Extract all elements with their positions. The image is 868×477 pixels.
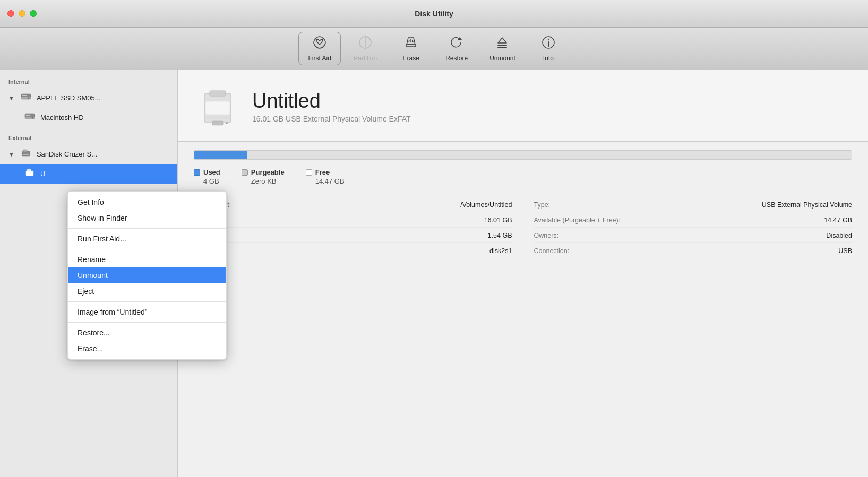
connection-value: USB bbox=[838, 247, 852, 255]
menu-rename[interactable]: Rename bbox=[68, 251, 226, 267]
partition-icon bbox=[358, 35, 373, 53]
free-value: 14.47 GB bbox=[315, 177, 345, 185]
type-label: Type: bbox=[534, 201, 551, 209]
detail-device: Device: disk2s1 bbox=[194, 247, 512, 258]
toolbar: First Aid Partition Erase bbox=[0, 28, 868, 70]
menu-eject[interactable]: Eject bbox=[68, 283, 226, 299]
menu-show-in-finder[interactable]: Show in Finder bbox=[68, 210, 226, 226]
svg-rect-24 bbox=[26, 171, 33, 176]
svg-rect-20 bbox=[26, 115, 30, 116]
first-aid-label: First Aid bbox=[308, 55, 331, 62]
svg-point-32 bbox=[226, 122, 228, 124]
disk-subtitle: 16.01 GB USB External Physical Volume Ex… bbox=[252, 115, 411, 123]
device-value: disk2s1 bbox=[489, 247, 512, 255]
svg-rect-21 bbox=[22, 151, 30, 156]
mount-point-value: /Volumes/Untitled bbox=[460, 201, 512, 209]
detail-mount-point: Mount Point: /Volumes/Untitled bbox=[194, 201, 512, 212]
svg-point-11 bbox=[548, 39, 549, 40]
purgeable-value: Zero KB bbox=[251, 177, 285, 185]
svg-line-3 bbox=[409, 40, 409, 42]
untitled-disk-icon bbox=[23, 167, 36, 181]
svg-rect-28 bbox=[210, 91, 226, 96]
svg-rect-22 bbox=[23, 150, 27, 152]
hard-drive-icon bbox=[20, 91, 32, 105]
sandisk-icon bbox=[20, 147, 32, 161]
purgeable-label: Purgeable bbox=[251, 168, 285, 176]
details-right-col: Type: USB External Physical Volume Avail… bbox=[534, 201, 853, 469]
detail-owners: Owners: Disabled bbox=[534, 232, 853, 243]
legend-free: Free 14.47 GB bbox=[306, 168, 345, 185]
usb-drive-svg bbox=[196, 83, 239, 131]
menu-restore[interactable]: Restore... bbox=[68, 325, 226, 341]
erase-icon bbox=[403, 35, 418, 53]
legend-purgeable: Purgeable Zero KB bbox=[242, 168, 285, 185]
sidebar-item-macintosh-hd[interactable]: Macintosh HD bbox=[0, 108, 177, 127]
usage-bar-fill bbox=[194, 151, 247, 159]
menu-get-info[interactable]: Get Info bbox=[68, 194, 226, 210]
free-label: Free bbox=[315, 168, 330, 176]
title-bar: Disk Utility bbox=[0, 0, 868, 28]
capacity-value: 16.01 GB bbox=[484, 216, 512, 224]
sidebar-internal-label: Internal bbox=[0, 76, 177, 88]
used-dot bbox=[194, 169, 200, 176]
sidebar-item-sandisk[interactable]: ▼ SanDisk Cruzer S... bbox=[0, 144, 177, 164]
macintosh-hd-icon bbox=[23, 110, 36, 125]
menu-separator-1 bbox=[68, 228, 226, 229]
sidebar-external-label: External bbox=[0, 133, 177, 144]
type-value: USB External Physical Volume bbox=[762, 201, 852, 209]
detail-used: Used: 1.54 GB bbox=[194, 232, 512, 243]
legend-used: Used 4 GB bbox=[194, 168, 220, 185]
detail-available: Available (Purgeable + Free): 14.47 GB bbox=[534, 216, 853, 228]
partition-button[interactable]: Partition bbox=[344, 32, 386, 65]
free-dot bbox=[306, 169, 312, 176]
sandisk-label: SanDisk Cruzer S... bbox=[37, 150, 97, 158]
untitled-label: U bbox=[40, 170, 45, 178]
menu-separator-3 bbox=[68, 301, 226, 302]
context-menu: Get Info Show in Finder Run First Aid...… bbox=[67, 191, 227, 360]
available-value: 14.47 GB bbox=[824, 216, 852, 224]
svg-rect-25 bbox=[27, 169, 31, 171]
partition-label: Partition bbox=[354, 55, 377, 62]
disk-image bbox=[194, 83, 242, 131]
svg-rect-23 bbox=[23, 154, 29, 155]
window-controls bbox=[7, 10, 37, 17]
owners-label: Owners: bbox=[534, 232, 559, 239]
restore-button[interactable]: Restore bbox=[435, 32, 478, 65]
menu-erase[interactable]: Erase... bbox=[68, 341, 226, 357]
apple-ssd-label: APPLE SSD SM05... bbox=[37, 94, 101, 102]
restore-icon bbox=[449, 35, 464, 53]
owners-value: Disabled bbox=[826, 232, 852, 239]
svg-rect-29 bbox=[205, 101, 230, 115]
maximize-button[interactable] bbox=[30, 10, 37, 17]
svg-marker-7 bbox=[498, 38, 506, 43]
info-button[interactable]: Info bbox=[527, 32, 570, 65]
sidebar-item-apple-ssd[interactable]: ▼ APPLE SSD SM05... bbox=[0, 88, 177, 108]
svg-point-19 bbox=[32, 117, 33, 119]
disk-header: Untitled 16.01 GB USB External Physical … bbox=[178, 70, 868, 142]
close-button[interactable] bbox=[7, 10, 14, 17]
disk-details: Mount Point: /Volumes/Untitled Capacity:… bbox=[178, 193, 868, 477]
svg-rect-16 bbox=[22, 95, 27, 96]
menu-image-from[interactable]: Image from “Untitled” bbox=[68, 304, 226, 320]
svg-rect-30 bbox=[212, 121, 223, 125]
menu-unmount[interactable]: Unmount bbox=[68, 267, 226, 283]
window-title: Disk Utility bbox=[415, 10, 453, 18]
unmount-button[interactable]: Unmount bbox=[481, 32, 524, 65]
macintosh-hd-label: Macintosh HD bbox=[40, 114, 84, 122]
detail-type: Type: USB External Physical Volume bbox=[534, 201, 853, 212]
first-aid-button[interactable]: First Aid bbox=[298, 32, 341, 65]
sidebar-item-untitled[interactable]: U bbox=[0, 164, 177, 184]
content-area: Untitled 16.01 GB USB External Physical … bbox=[178, 70, 868, 477]
connection-label: Connection: bbox=[534, 247, 570, 255]
minimize-button[interactable] bbox=[19, 10, 25, 17]
purgeable-dot bbox=[242, 169, 248, 176]
svg-rect-26 bbox=[27, 174, 33, 175]
erase-button[interactable]: Erase bbox=[390, 32, 432, 65]
usage-section: Used 4 GB Purgeable Zero KB Free bbox=[178, 142, 868, 193]
disclosure-arrow-sandisk: ▼ bbox=[8, 151, 14, 158]
info-label: Info bbox=[543, 55, 554, 62]
details-left-col: Mount Point: /Volumes/Untitled Capacity:… bbox=[194, 201, 523, 469]
menu-separator-4 bbox=[68, 322, 226, 323]
used-detail-value: 1.54 GB bbox=[488, 232, 512, 239]
menu-run-first-aid[interactable]: Run First Aid... bbox=[68, 231, 226, 247]
